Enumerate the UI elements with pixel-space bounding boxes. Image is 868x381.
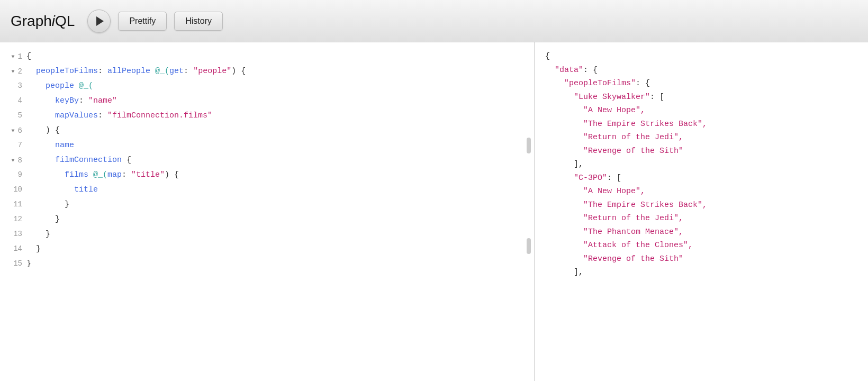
line-number-8: ▼8 xyxy=(0,155,26,167)
line-num-label-9: 9 xyxy=(18,169,22,182)
result-value: "Revenge of the Sith" xyxy=(583,147,683,156)
result-line: "A New Hope", xyxy=(545,185,857,198)
fold-arrow-1[interactable]: ▼ xyxy=(12,52,15,61)
token-14-0: } xyxy=(36,244,41,253)
result-line: "Revenge of the Sith" xyxy=(545,144,857,158)
result-indent xyxy=(545,228,583,237)
token-12-0: } xyxy=(55,215,60,224)
code-line-8: ▼8 filmConnection { xyxy=(0,153,534,168)
run-button[interactable] xyxy=(87,10,111,33)
result-indent xyxy=(545,174,574,183)
code-line-2: ▼2 peopleToFilms: allPeople @_(get: "peo… xyxy=(0,65,534,79)
result-key: "C-3PO" xyxy=(574,174,607,183)
indent-4 xyxy=(26,96,55,105)
result-line: "data": { xyxy=(545,64,857,77)
history-button[interactable]: History xyxy=(174,12,223,31)
code-line-4: 4 keyBy: "name" xyxy=(0,94,534,109)
token-15-0: } xyxy=(26,259,31,268)
result-indent xyxy=(545,214,583,223)
result-value: "Revenge of the Sith" xyxy=(583,255,683,264)
result-pane[interactable]: { "data": { "peopleToFilms": { "Luke Sky… xyxy=(535,42,868,381)
token-6-0: ) { xyxy=(46,126,60,135)
scrollbar-mid[interactable] xyxy=(527,238,531,254)
result-colon: : xyxy=(650,93,659,102)
line-num-label-12: 12 xyxy=(13,213,22,226)
line-number-5: 5 xyxy=(0,110,26,122)
line-num-label-8: 8 xyxy=(18,155,22,167)
result-indent xyxy=(545,241,583,250)
token-2-0: peopleToFilms xyxy=(36,67,98,76)
code-line-13: 13 } xyxy=(0,228,534,242)
line-number-14: 14 xyxy=(0,243,26,256)
code-editor[interactable]: ▼1{▼2 peopleToFilms: allPeople @_(get: "… xyxy=(0,50,534,272)
token-9-1: @_( xyxy=(88,170,107,179)
line-number-11: 11 xyxy=(0,198,26,211)
result-line: "Return of the Jedi", xyxy=(545,131,857,144)
result-value: "The Empire Strikes Back", xyxy=(583,120,707,129)
fold-arrow-8[interactable]: ▼ xyxy=(12,156,15,165)
code-line-11: 11 } xyxy=(0,198,534,213)
line-content-6: ) { xyxy=(26,124,534,138)
token-3-0: people xyxy=(46,81,74,90)
line-number-2: ▼2 xyxy=(0,66,26,78)
result-indent xyxy=(545,106,583,115)
result-line: "A New Hope", xyxy=(545,104,857,117)
prettify-button[interactable]: Prettify xyxy=(118,12,167,31)
result-value: "Return of the Jedi", xyxy=(583,133,683,142)
code-line-9: 9 films @_(map: "title") { xyxy=(0,168,534,183)
line-content-15: } xyxy=(26,257,534,271)
line-num-label-13: 13 xyxy=(13,228,22,241)
line-content-5: mapValues: "filmConnection.films" xyxy=(26,109,534,123)
indent-13 xyxy=(26,230,46,239)
line-content-2: peopleToFilms: allPeople @_(get: "people… xyxy=(26,65,534,78)
result-indent xyxy=(545,201,583,210)
line-number-7: 7 xyxy=(0,139,26,152)
line-number-1: ▼1 xyxy=(0,51,26,64)
result-value: "A New Hope", xyxy=(583,187,645,196)
result-rest: [ xyxy=(617,174,621,183)
token-2-5: : xyxy=(184,67,193,76)
indent-11 xyxy=(26,200,65,209)
line-num-label-11: 11 xyxy=(13,198,22,211)
token-2-6: "people" xyxy=(193,67,231,76)
token-9-3: : xyxy=(122,170,131,179)
token-5-1: : xyxy=(98,111,107,120)
result-line: "peopleToFilms": { xyxy=(545,77,857,90)
result-line: "The Phantom Menace", xyxy=(545,225,857,239)
result-value: "A New Hope", xyxy=(583,106,645,115)
result-key: "peopleToFilms" xyxy=(564,79,636,88)
line-num-label-10: 10 xyxy=(13,184,22,196)
result-indent xyxy=(545,255,583,264)
result-indent xyxy=(545,120,583,129)
scrollbar-top[interactable] xyxy=(527,138,531,153)
token-3-1: @_( xyxy=(74,81,93,90)
fold-arrow-2[interactable]: ▼ xyxy=(12,67,15,76)
result-value: "Attack of the Clones", xyxy=(583,241,693,250)
line-content-12: } xyxy=(26,213,534,226)
fold-arrow-6[interactable]: ▼ xyxy=(12,126,15,135)
line-content-14: } xyxy=(26,242,534,256)
indent-2 xyxy=(26,67,36,76)
indent-10 xyxy=(26,185,74,194)
result-line: "The Empire Strikes Back", xyxy=(545,198,857,212)
line-content-3: people @_( xyxy=(26,79,534,93)
result-line: "Luke Skywalker": [ xyxy=(545,90,857,104)
line-content-8: filmConnection { xyxy=(26,153,534,167)
result-line: "Revenge of the Sith" xyxy=(545,252,857,266)
code-line-7: 7 name xyxy=(0,139,534,153)
line-number-6: ▼6 xyxy=(0,125,26,138)
line-content-9: films @_(map: "title") { xyxy=(26,168,534,182)
app-title: GraphiQL xyxy=(11,13,75,30)
token-2-7: ) { xyxy=(231,67,246,76)
indent-3 xyxy=(26,81,46,90)
line-content-10: title xyxy=(26,183,534,197)
token-4-1: : xyxy=(79,96,88,105)
line-number-10: 10 xyxy=(0,184,26,196)
result-rest: { xyxy=(645,79,650,88)
token-5-2: "filmConnection.films" xyxy=(107,111,212,120)
code-line-6: ▼6 ) { xyxy=(0,124,534,139)
editor-pane[interactable]: ▼1{▼2 peopleToFilms: allPeople @_(get: "… xyxy=(0,42,535,381)
token-8-1: { xyxy=(122,156,131,165)
result-value: "Return of the Jedi", xyxy=(583,214,683,223)
result-rest: { xyxy=(593,66,598,75)
